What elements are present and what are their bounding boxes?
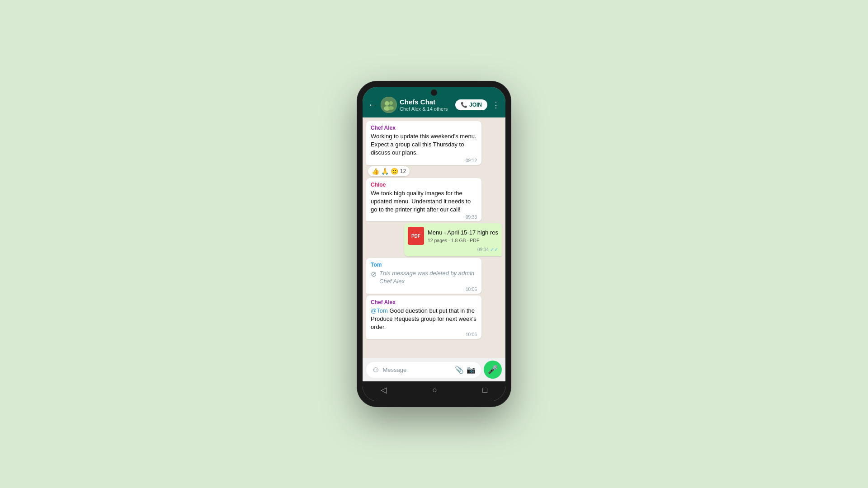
msg-text-2: We took high quality images for the upda…	[371, 189, 477, 214]
double-check-icon: ✓✓	[490, 247, 498, 253]
msg-footer-5: 10:06	[371, 332, 477, 337]
message-input-container[interactable]: ☺ Message 📎 📷	[366, 362, 481, 378]
camera-button[interactable]: 📷	[467, 366, 476, 374]
bubble-chloe: Chloe We took high quality images for th…	[366, 178, 481, 222]
mic-button[interactable]: 🎤	[484, 361, 502, 379]
group-subtitle: Chef Alex & 14 others	[400, 106, 453, 112]
chat-area: Chef Alex Working to update this weekend…	[363, 117, 505, 358]
msg-time-3: 09:34	[477, 247, 489, 252]
pdf-info: Menu - April 15-17 high res 12 pages · 1…	[428, 229, 498, 243]
msg-time-5: 10:06	[466, 332, 477, 337]
deleted-text: This message was deleted by admin Chef A…	[379, 269, 477, 286]
deleted-icon: ⊘	[371, 270, 377, 278]
nav-home-button[interactable]: ○	[432, 385, 437, 395]
nav-back-button[interactable]: ◁	[381, 385, 387, 395]
pdf-title: Menu - April 15-17 high res	[428, 229, 498, 237]
reaction-emojis: 👍 🙏 🙂	[372, 168, 398, 175]
svg-point-4	[388, 106, 394, 110]
message-placeholder: Message	[382, 366, 452, 373]
phone-wrapper: ← Chefs Chat Chef Alex & 14 others	[357, 81, 511, 407]
msg-footer-4: 10:06	[371, 287, 477, 292]
emoji-button[interactable]: ☺	[372, 365, 380, 375]
input-bar: ☺ Message 📎 📷 🎤	[363, 358, 505, 381]
message-3: PDF Menu - April 15-17 high res 12 pages…	[404, 223, 502, 256]
sender-chef-alex: Chef Alex	[371, 125, 477, 131]
join-label: JOIN	[469, 102, 482, 108]
pdf-icon: PDF	[408, 227, 424, 245]
msg-time-2: 09:33	[466, 215, 477, 220]
pdf-bubble[interactable]: PDF Menu - April 15-17 high res 12 pages…	[404, 223, 502, 256]
sender-tom: Tom	[371, 262, 477, 268]
group-name: Chefs Chat	[400, 98, 453, 106]
phone-screen: ← Chefs Chat Chef Alex & 14 others	[363, 87, 505, 401]
phone-frame: ← Chefs Chat Chef Alex & 14 others	[357, 81, 511, 407]
deleted-message-bubble: Tom ⊘ This message was deleted by admin …	[366, 258, 481, 293]
nav-recents-button[interactable]: □	[482, 385, 487, 395]
more-options-button[interactable]: ⋮	[490, 98, 502, 112]
header-info: Chefs Chat Chef Alex & 14 others	[400, 98, 453, 112]
msg-footer-2: 09:33	[371, 215, 477, 220]
mic-icon: 🎤	[488, 365, 498, 375]
phone-icon: 📞	[461, 102, 467, 108]
message-2: Chloe We took high quality images for th…	[366, 178, 481, 222]
join-button[interactable]: 📞 JOIN	[455, 99, 487, 110]
sender-chloe: Chloe	[371, 182, 477, 188]
svg-point-2	[389, 101, 393, 105]
msg-footer-1: 09:12	[371, 158, 477, 163]
notch	[431, 89, 437, 96]
reaction-count: 12	[400, 168, 406, 174]
group-avatar	[381, 97, 397, 113]
msg-text-5: @Tom Good question but put that in the P…	[371, 307, 477, 332]
pdf-content: PDF Menu - April 15-17 high res 12 pages…	[408, 227, 498, 245]
message-4: Tom ⊘ This message was deleted by admin …	[366, 258, 481, 293]
reactions-1[interactable]: 👍 🙏 🙂 12	[368, 166, 410, 176]
msg-footer-3: 09:34 ✓✓	[408, 247, 498, 253]
msg-text-1: Working to update this weekend's menu. E…	[371, 132, 477, 157]
attach-button[interactable]: 📎	[455, 366, 464, 374]
mention-tom: @Tom	[371, 307, 388, 314]
back-button[interactable]: ←	[366, 99, 378, 112]
message-1: Chef Alex Working to update this weekend…	[366, 121, 481, 176]
nav-bar: ◁ ○ □	[363, 381, 505, 401]
pdf-meta: 12 pages · 1.8 GB · PDF	[428, 238, 498, 243]
msg-time-4: 10:06	[466, 287, 477, 292]
deleted-content: ⊘ This message was deleted by admin Chef…	[371, 269, 477, 286]
sender-chef-alex-2: Chef Alex	[371, 299, 477, 305]
svg-point-1	[385, 101, 389, 106]
message-5: Chef Alex @Tom Good question but put tha…	[366, 296, 481, 339]
bubble-chef-alex-2: Chef Alex @Tom Good question but put tha…	[366, 296, 481, 339]
bubble-chef-alex: Chef Alex Working to update this weekend…	[366, 121, 481, 165]
msg-time-1: 09:12	[466, 158, 477, 163]
